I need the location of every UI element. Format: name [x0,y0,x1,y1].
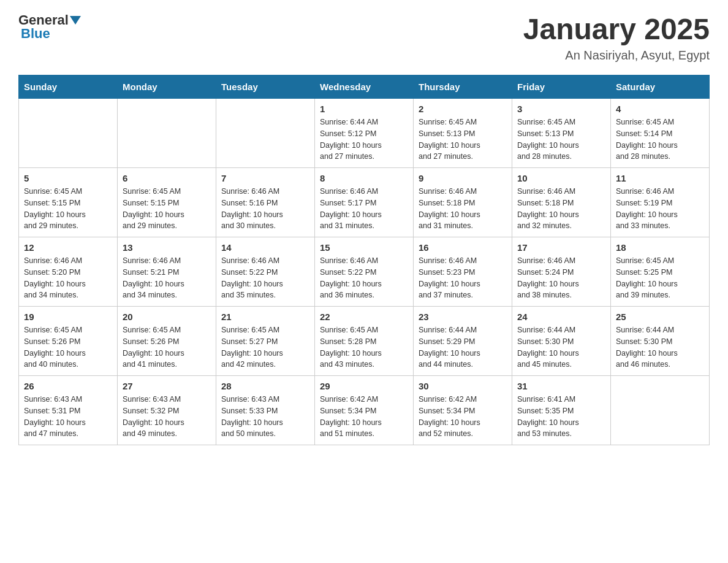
day-number: 26 [24,381,112,391]
calendar-cell: 23Sunrise: 6:44 AM Sunset: 5:29 PM Dayli… [414,307,512,376]
calendar-day-header: Monday [118,75,216,99]
day-number: 30 [419,381,507,391]
day-number: 15 [320,242,408,253]
day-info: Sunrise: 6:43 AM Sunset: 5:33 PM Dayligh… [221,394,309,440]
calendar-cell: 17Sunrise: 6:46 AM Sunset: 5:24 PM Dayli… [512,237,611,307]
day-info: Sunrise: 6:45 AM Sunset: 5:26 PM Dayligh… [123,324,211,370]
calendar-cell: 27Sunrise: 6:43 AM Sunset: 5:32 PM Dayli… [118,376,216,445]
calendar-day-header: Saturday [611,75,710,99]
calendar-cell: 12Sunrise: 6:46 AM Sunset: 5:20 PM Dayli… [19,237,118,307]
day-number: 2 [419,104,507,114]
day-number: 29 [320,381,408,391]
day-info: Sunrise: 6:46 AM Sunset: 5:21 PM Dayligh… [123,255,211,301]
day-number: 22 [320,312,408,322]
day-number: 3 [517,104,605,114]
calendar-cell: 7Sunrise: 6:46 AM Sunset: 5:16 PM Daylig… [216,168,315,237]
calendar-week-row: 26Sunrise: 6:43 AM Sunset: 5:31 PM Dayli… [19,376,710,445]
page-subtitle: An Nasiriyah, Asyut, Egypt [523,48,710,63]
day-number: 25 [616,312,704,322]
day-number: 21 [221,312,309,322]
calendar-cell: 15Sunrise: 6:46 AM Sunset: 5:22 PM Dayli… [315,237,414,307]
day-info: Sunrise: 6:45 AM Sunset: 5:26 PM Dayligh… [24,324,112,370]
day-info: Sunrise: 6:44 AM Sunset: 5:30 PM Dayligh… [517,324,605,370]
day-info: Sunrise: 6:43 AM Sunset: 5:31 PM Dayligh… [24,394,112,440]
calendar-cell: 13Sunrise: 6:46 AM Sunset: 5:21 PM Dayli… [118,237,216,307]
calendar-day-header: Thursday [414,75,512,99]
calendar-cell: 10Sunrise: 6:46 AM Sunset: 5:18 PM Dayli… [512,168,611,237]
day-info: Sunrise: 6:45 AM Sunset: 5:15 PM Dayligh… [24,186,112,232]
calendar-day-header: Tuesday [216,75,315,99]
calendar-cell: 1Sunrise: 6:44 AM Sunset: 5:12 PM Daylig… [315,99,414,168]
calendar-week-row: 12Sunrise: 6:46 AM Sunset: 5:20 PM Dayli… [19,237,710,307]
logo-blue-text: Blue [21,26,50,42]
day-number: 20 [123,312,211,322]
calendar-cell: 16Sunrise: 6:46 AM Sunset: 5:23 PM Dayli… [414,237,512,307]
day-number: 28 [221,381,309,391]
day-number: 1 [320,104,408,114]
day-info: Sunrise: 6:46 AM Sunset: 5:20 PM Dayligh… [24,255,112,301]
svg-marker-0 [70,16,81,25]
day-info: Sunrise: 6:46 AM Sunset: 5:19 PM Dayligh… [616,186,704,232]
day-info: Sunrise: 6:45 AM Sunset: 5:28 PM Dayligh… [320,324,408,370]
calendar-cell: 14Sunrise: 6:46 AM Sunset: 5:22 PM Dayli… [216,237,315,307]
day-number: 14 [221,242,309,253]
day-number: 23 [419,312,507,322]
day-info: Sunrise: 6:45 AM Sunset: 5:13 PM Dayligh… [419,117,507,163]
day-info: Sunrise: 6:45 AM Sunset: 5:25 PM Dayligh… [616,255,704,301]
day-info: Sunrise: 6:42 AM Sunset: 5:34 PM Dayligh… [320,394,408,440]
day-number: 5 [24,173,112,183]
day-info: Sunrise: 6:46 AM Sunset: 5:23 PM Dayligh… [419,255,507,301]
day-info: Sunrise: 6:46 AM Sunset: 5:24 PM Dayligh… [517,255,605,301]
logo: General Blue [18,12,81,42]
day-number: 4 [616,104,704,114]
calendar-cell: 20Sunrise: 6:45 AM Sunset: 5:26 PM Dayli… [118,307,216,376]
calendar-cell [611,376,710,445]
day-info: Sunrise: 6:42 AM Sunset: 5:34 PM Dayligh… [419,394,507,440]
day-info: Sunrise: 6:45 AM Sunset: 5:13 PM Dayligh… [517,117,605,163]
calendar-cell [216,99,315,168]
calendar-cell: 19Sunrise: 6:45 AM Sunset: 5:26 PM Dayli… [19,307,118,376]
calendar-cell: 29Sunrise: 6:42 AM Sunset: 5:34 PM Dayli… [315,376,414,445]
day-number: 7 [221,173,309,183]
day-number: 17 [517,242,605,253]
day-number: 12 [24,242,112,253]
day-number: 10 [517,173,605,183]
header: General Blue January 2025 An Nasiriyah, … [18,12,710,63]
day-info: Sunrise: 6:44 AM Sunset: 5:12 PM Dayligh… [320,117,408,163]
day-info: Sunrise: 6:46 AM Sunset: 5:16 PM Dayligh… [221,186,309,232]
calendar-cell: 8Sunrise: 6:46 AM Sunset: 5:17 PM Daylig… [315,168,414,237]
day-info: Sunrise: 6:46 AM Sunset: 5:18 PM Dayligh… [419,186,507,232]
calendar-cell: 4Sunrise: 6:45 AM Sunset: 5:14 PM Daylig… [611,99,710,168]
day-info: Sunrise: 6:46 AM Sunset: 5:22 PM Dayligh… [221,255,309,301]
day-info: Sunrise: 6:46 AM Sunset: 5:17 PM Dayligh… [320,186,408,232]
day-info: Sunrise: 6:46 AM Sunset: 5:18 PM Dayligh… [517,186,605,232]
calendar-cell: 6Sunrise: 6:45 AM Sunset: 5:15 PM Daylig… [118,168,216,237]
day-info: Sunrise: 6:41 AM Sunset: 5:35 PM Dayligh… [517,394,605,440]
calendar-week-row: 19Sunrise: 6:45 AM Sunset: 5:26 PM Dayli… [19,307,710,376]
calendar-cell: 26Sunrise: 6:43 AM Sunset: 5:31 PM Dayli… [19,376,118,445]
calendar-day-header: Sunday [19,75,118,99]
day-number: 9 [419,173,507,183]
calendar-cell: 9Sunrise: 6:46 AM Sunset: 5:18 PM Daylig… [414,168,512,237]
calendar-cell: 30Sunrise: 6:42 AM Sunset: 5:34 PM Dayli… [414,376,512,445]
calendar-cell: 5Sunrise: 6:45 AM Sunset: 5:15 PM Daylig… [19,168,118,237]
day-info: Sunrise: 6:45 AM Sunset: 5:27 PM Dayligh… [221,324,309,370]
day-number: 24 [517,312,605,322]
calendar-cell: 3Sunrise: 6:45 AM Sunset: 5:13 PM Daylig… [512,99,611,168]
calendar-cell: 21Sunrise: 6:45 AM Sunset: 5:27 PM Dayli… [216,307,315,376]
calendar-cell: 28Sunrise: 6:43 AM Sunset: 5:33 PM Dayli… [216,376,315,445]
day-number: 31 [517,381,605,391]
calendar-cell: 2Sunrise: 6:45 AM Sunset: 5:13 PM Daylig… [414,99,512,168]
page-title: January 2025 [523,12,710,46]
calendar-cell [118,99,216,168]
day-number: 16 [419,242,507,253]
day-number: 8 [320,173,408,183]
logo-arrow-icon [70,16,81,25]
day-info: Sunrise: 6:45 AM Sunset: 5:14 PM Dayligh… [616,117,704,163]
calendar-day-header: Friday [512,75,611,99]
calendar-week-row: 1Sunrise: 6:44 AM Sunset: 5:12 PM Daylig… [19,99,710,168]
day-number: 18 [616,242,704,253]
calendar-cell [19,99,118,168]
calendar-day-header: Wednesday [315,75,414,99]
day-info: Sunrise: 6:44 AM Sunset: 5:29 PM Dayligh… [419,324,507,370]
